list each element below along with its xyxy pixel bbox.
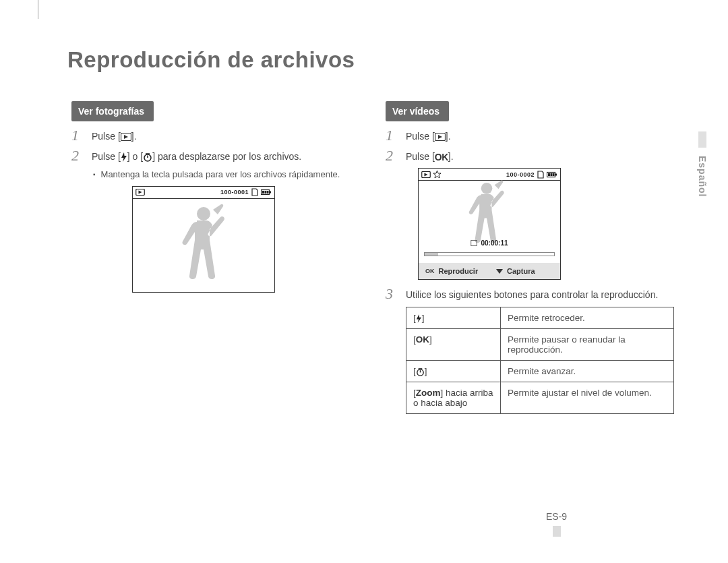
- bullet-text: Mantenga la tecla pulsada para ver los a…: [101, 169, 340, 181]
- svg-point-13: [197, 207, 210, 220]
- two-column-layout: Ver fotografías Pulse []. Pulse [] o [] …: [67, 101, 674, 423]
- control-key: []: [406, 307, 501, 329]
- svg-rect-20: [555, 173, 557, 175]
- svg-marker-15: [438, 135, 442, 139]
- playback-time: 00:00:11: [471, 239, 508, 247]
- control-key: []: [406, 361, 501, 382]
- page-title: Reproducción de archivos: [67, 47, 674, 73]
- battery-icon: [261, 189, 272, 196]
- controls-table: [] Permite retroceder. [OK] Permite paus…: [406, 307, 674, 414]
- playback-icon: [421, 171, 431, 178]
- column-right: Ver vídeos Pulse []. Pulse [OK].: [382, 101, 674, 423]
- control-desc: Permite retroceder.: [501, 307, 674, 329]
- stop-icon: [471, 240, 477, 246]
- camera-screen-video: 100-0002: [418, 168, 561, 280]
- side-language-tab: Español: [697, 131, 708, 212]
- text-fragment: ].: [448, 151, 454, 162]
- steps-videos: Pulse []. Pulse [OK]. 100-0002: [382, 131, 674, 414]
- svg-marker-27: [417, 314, 421, 323]
- text-fragment: ] para desplazarse por los archivos.: [152, 151, 301, 162]
- page-number-label: ES-9: [546, 511, 567, 522]
- svg-rect-22: [551, 173, 553, 176]
- section-header-photos: Ver fotografías: [71, 101, 154, 121]
- step-2-photos: Pulse [] o [] para desplazarse por los a…: [67, 151, 360, 293]
- footer-left-label: Reproducir: [439, 267, 479, 275]
- progress-fill: [425, 253, 438, 256]
- table-row: [] Permite retroceder.: [406, 307, 674, 329]
- svg-rect-25: [471, 240, 477, 246]
- table-row: [] Permite avanzar.: [406, 361, 674, 382]
- svg-marker-26: [496, 269, 503, 274]
- footer-right-label: Captura: [507, 267, 535, 275]
- step-text: Utilice los siguientes botones para cont…: [406, 289, 658, 300]
- screen-footer: OK Reproducir Captura: [419, 263, 560, 279]
- playback-icon: [121, 133, 131, 141]
- text-fragment: Pulse [: [92, 131, 121, 142]
- text-fragment: Pulse [: [406, 151, 435, 162]
- svg-point-24: [481, 183, 493, 194]
- timer-icon: [416, 367, 425, 376]
- step-1-videos: Pulse [].: [382, 131, 674, 142]
- ok-icon: OK: [435, 152, 448, 162]
- text-fragment: ].: [446, 131, 451, 142]
- file-number: 100-0001: [220, 189, 249, 196]
- section-header-videos: Ver vídeos: [386, 101, 449, 121]
- control-key: [Zoom] hacia arriba o hacia abajo: [406, 382, 501, 414]
- figure-silhouette: [177, 203, 231, 284]
- memcard-icon: [537, 171, 544, 179]
- playback-progress: [424, 252, 555, 256]
- svg-rect-21: [548, 173, 550, 176]
- star-icon: [433, 171, 441, 178]
- bullet-marker: ▪: [93, 171, 96, 181]
- page-number: ES-9: [546, 511, 567, 537]
- control-key: [OK]: [406, 329, 501, 361]
- time-label: 00:00:11: [481, 239, 508, 247]
- side-language-label: Español: [697, 156, 708, 197]
- control-desc: Permite avanzar.: [501, 361, 674, 382]
- text-fragment: ] o [: [127, 151, 143, 162]
- step-text: Pulse [].: [92, 131, 137, 142]
- playback-icon: [135, 189, 145, 196]
- sub-bullet: ▪ Mantenga la tecla pulsada para ver los…: [92, 169, 360, 181]
- step-2-videos: Pulse [OK]. 100-0002: [382, 151, 674, 280]
- step-text: Pulse [OK].: [406, 151, 454, 162]
- steps-photos: Pulse []. Pulse [] o [] para desplazarse…: [67, 131, 360, 293]
- control-desc: Permite ajustar el nivel de volumen.: [501, 382, 674, 414]
- chevron-down-icon: [496, 269, 503, 274]
- battery-icon: [547, 171, 557, 178]
- svg-marker-17: [425, 173, 428, 176]
- svg-rect-23: [553, 173, 555, 176]
- footer-left: OK Reproducir: [419, 267, 489, 275]
- svg-marker-18: [433, 171, 441, 178]
- column-left: Ver fotografías Pulse []. Pulse [] o [] …: [67, 101, 360, 423]
- playback-icon: [435, 133, 446, 141]
- table-row: [OK] Permite pausar o reanudar la reprod…: [406, 329, 674, 361]
- svg-marker-1: [124, 135, 128, 139]
- ok-icon: OK: [416, 334, 429, 345]
- step-1-photos: Pulse [].: [67, 131, 360, 142]
- side-accent-mark: [698, 131, 706, 148]
- text-fragment: Pulse [: [92, 151, 121, 162]
- control-desc: Permite pausar o reanudar la reproducció…: [501, 329, 674, 361]
- text-fragment: Pulse [: [406, 131, 435, 142]
- svg-rect-12: [267, 191, 269, 194]
- file-number: 100-0002: [506, 171, 535, 178]
- svg-rect-10: [262, 191, 264, 194]
- text-fragment: ].: [131, 131, 137, 142]
- flash-icon: [121, 152, 127, 162]
- svg-rect-9: [270, 191, 271, 194]
- svg-marker-7: [139, 191, 142, 194]
- flash-icon: [416, 314, 422, 323]
- step-text: Pulse [] o [] para desplazarse por los a…: [92, 151, 301, 162]
- camera-screen-photos: 100-0001: [132, 186, 275, 293]
- svg-marker-2: [121, 152, 127, 162]
- footer-right: Captura: [489, 267, 560, 275]
- memcard-icon: [251, 188, 258, 196]
- figure-silhouette: [462, 179, 516, 260]
- table-row: [Zoom] hacia arriba o hacia abajo Permit…: [406, 382, 674, 414]
- step-3-videos: Utilice los siguientes botones para cont…: [382, 289, 674, 414]
- zoom-label: Zoom: [416, 388, 441, 398]
- page-mark: [553, 526, 561, 537]
- timer-icon: [143, 152, 152, 162]
- page-content: Reproducción de archivos Ver fotografías…: [67, 47, 674, 533]
